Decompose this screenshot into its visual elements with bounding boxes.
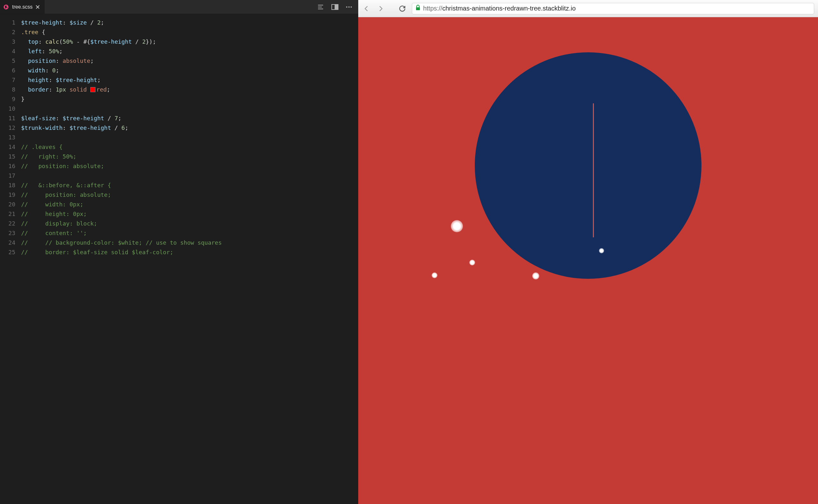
line-number: 14 bbox=[0, 142, 15, 152]
svg-rect-5 bbox=[335, 4, 338, 10]
code-line[interactable]: $leaf-size: $tree-height / 7; bbox=[21, 114, 358, 123]
line-number: 21 bbox=[0, 209, 15, 219]
file-tab-tree-scss[interactable]: tree.scss bbox=[0, 0, 45, 14]
reload-button[interactable] bbox=[398, 4, 407, 13]
preview-snowflake bbox=[532, 272, 539, 279]
more-icon[interactable] bbox=[346, 6, 352, 8]
svg-rect-6 bbox=[416, 7, 420, 10]
line-number: 1 bbox=[0, 18, 15, 27]
code-line[interactable]: position: absolute; bbox=[21, 56, 358, 66]
code-line[interactable]: height: $tree-height; bbox=[21, 75, 358, 85]
code-line[interactable] bbox=[21, 171, 358, 181]
line-number: 17 bbox=[0, 171, 15, 181]
line-number: 10 bbox=[0, 104, 15, 114]
line-number: 22 bbox=[0, 219, 15, 228]
line-number: 23 bbox=[0, 228, 15, 238]
sass-icon bbox=[3, 4, 9, 10]
code-line[interactable]: // .leaves { bbox=[21, 142, 358, 152]
line-number: 18 bbox=[0, 181, 15, 190]
code-content[interactable]: $tree-height: $size / 2;.tree { top: cal… bbox=[21, 18, 358, 504]
code-line[interactable]: // width: 0px; bbox=[21, 200, 358, 209]
code-line[interactable]: // display: block; bbox=[21, 219, 358, 228]
code-line[interactable]: left: 50%; bbox=[21, 47, 358, 56]
preview-snowflake bbox=[451, 220, 463, 232]
code-line[interactable]: top: calc(50% - #{$tree-height / 2}); bbox=[21, 37, 358, 47]
line-number: 13 bbox=[0, 133, 15, 142]
forward-button[interactable] bbox=[376, 4, 385, 13]
line-number: 2 bbox=[0, 27, 15, 37]
back-button[interactable] bbox=[362, 4, 371, 13]
code-editor-panel: tree.scss 123456789101112131415161718192… bbox=[0, 0, 358, 504]
code-line[interactable]: $tree-height: $size / 2; bbox=[21, 18, 358, 27]
preview-viewport bbox=[358, 17, 818, 504]
code-line[interactable]: // &::before, &::after { bbox=[21, 181, 358, 190]
code-line[interactable]: // content: ''; bbox=[21, 228, 358, 238]
list-icon[interactable] bbox=[317, 4, 324, 10]
line-number: 25 bbox=[0, 248, 15, 257]
line-number: 16 bbox=[0, 161, 15, 171]
address-bar[interactable]: https://christmas-animations-redrawn-tre… bbox=[412, 3, 814, 14]
line-number: 15 bbox=[0, 152, 15, 161]
browser-preview-panel: https://christmas-animations-redrawn-tre… bbox=[358, 0, 818, 504]
line-number: 9 bbox=[0, 94, 15, 104]
line-number: 19 bbox=[0, 190, 15, 200]
line-number: 24 bbox=[0, 238, 15, 248]
line-number: 20 bbox=[0, 200, 15, 209]
line-number: 6 bbox=[0, 66, 15, 75]
browser-toolbar: https://christmas-animations-redrawn-tre… bbox=[358, 0, 818, 17]
code-line[interactable]: // height: 0px; bbox=[21, 209, 358, 219]
code-line[interactable] bbox=[21, 133, 358, 142]
code-line[interactable]: border: 1px solid red; bbox=[21, 85, 358, 94]
tab-bar: tree.scss bbox=[0, 0, 358, 14]
line-number: 3 bbox=[0, 37, 15, 47]
code-editor-body[interactable]: 1234567891011121314151617181920212223242… bbox=[0, 14, 358, 504]
preview-red-line bbox=[593, 103, 594, 237]
code-line[interactable]: } bbox=[21, 94, 358, 104]
preview-circle bbox=[475, 52, 702, 279]
line-number: 7 bbox=[0, 75, 15, 85]
code-line[interactable] bbox=[21, 104, 358, 114]
file-tab-label: tree.scss bbox=[12, 4, 33, 10]
line-numbers-gutter: 1234567891011121314151617181920212223242… bbox=[0, 18, 21, 504]
code-line[interactable]: // // background-color: $white; // use t… bbox=[21, 238, 358, 248]
code-line[interactable]: // right: 50%; bbox=[21, 152, 358, 161]
code-line[interactable]: // position: absolute; bbox=[21, 190, 358, 200]
line-number: 4 bbox=[0, 47, 15, 56]
code-line[interactable]: // position: absolute; bbox=[21, 161, 358, 171]
url-text: https://christmas-animations-redrawn-tre… bbox=[423, 5, 576, 12]
line-number: 11 bbox=[0, 114, 15, 123]
preview-snowflake bbox=[432, 272, 437, 278]
color-swatch-icon bbox=[90, 87, 95, 92]
line-number: 12 bbox=[0, 123, 15, 133]
preview-snowflake bbox=[469, 260, 475, 265]
close-icon[interactable] bbox=[36, 5, 40, 9]
code-line[interactable]: $trunk-width: $tree-height / 6; bbox=[21, 123, 358, 133]
code-line[interactable]: .tree { bbox=[21, 27, 358, 37]
line-number: 5 bbox=[0, 56, 15, 66]
editor-toolbar bbox=[311, 0, 358, 14]
lock-icon bbox=[415, 5, 420, 12]
code-line[interactable]: // border: $leaf-size solid $leaf-color; bbox=[21, 248, 358, 257]
line-number: 8 bbox=[0, 85, 15, 94]
code-line[interactable]: width: 0; bbox=[21, 66, 358, 75]
split-layout-icon[interactable] bbox=[331, 4, 338, 10]
